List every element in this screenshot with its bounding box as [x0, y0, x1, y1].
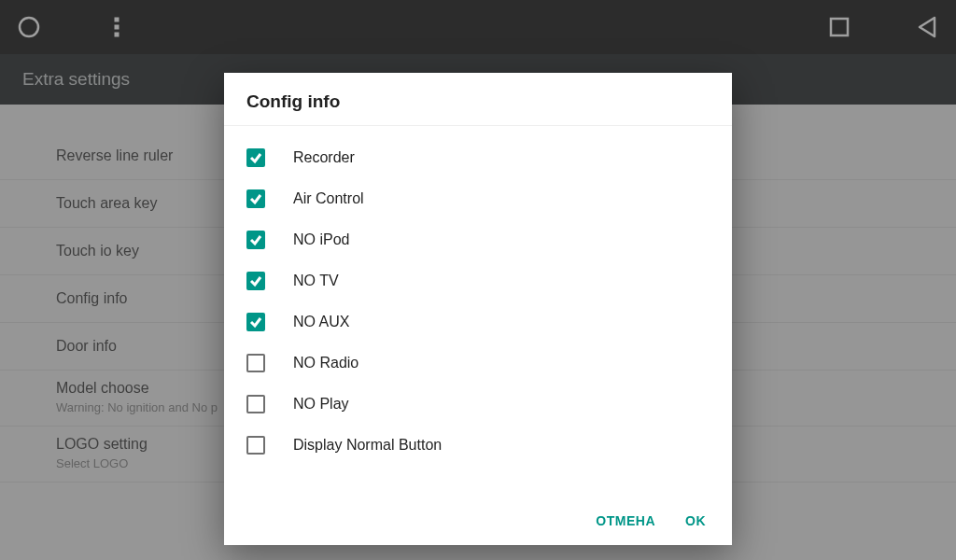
option-display-normal-button[interactable]: Display Normal Button [224, 425, 732, 466]
option-label: NO AUX [293, 314, 349, 330]
checkbox-icon[interactable] [246, 313, 265, 331]
option-label: NO Radio [293, 355, 358, 371]
option-label: Display Normal Button [293, 437, 442, 454]
option-label: Air Control [293, 190, 364, 207]
checkbox-icon[interactable] [246, 272, 265, 290]
checkbox-icon[interactable] [246, 189, 265, 208]
option-no-radio[interactable]: NO Radio [224, 343, 732, 384]
option-label: NO iPod [293, 231, 349, 248]
option-air-control[interactable]: Air Control [224, 178, 732, 219]
option-recorder[interactable]: Recorder [224, 137, 732, 178]
cancel-button[interactable]: ОТМЕНА [596, 513, 655, 528]
config-info-dialog: Config info Recorder Air Control NO iPod… [224, 73, 732, 545]
checkbox-icon[interactable] [246, 231, 265, 249]
option-no-play[interactable]: NO Play [224, 384, 732, 425]
option-no-ipod[interactable]: NO iPod [224, 219, 732, 260]
checkbox-icon[interactable] [246, 148, 265, 167]
option-label: NO TV [293, 273, 339, 289]
checkbox-icon[interactable] [246, 436, 265, 455]
option-no-aux[interactable]: NO AUX [224, 301, 732, 343]
dialog-actions: ОТМЕНА OK [224, 500, 732, 545]
option-label: NO Play [293, 396, 349, 413]
option-no-tv[interactable]: NO TV [224, 260, 732, 301]
ok-button[interactable]: OK [685, 513, 706, 528]
dialog-title: Config info [224, 73, 732, 126]
option-label: Recorder [293, 149, 355, 166]
checkbox-icon[interactable] [246, 354, 265, 372]
dialog-body: Recorder Air Control NO iPod NO TV NO AU… [224, 126, 732, 500]
checkbox-icon[interactable] [246, 395, 265, 413]
